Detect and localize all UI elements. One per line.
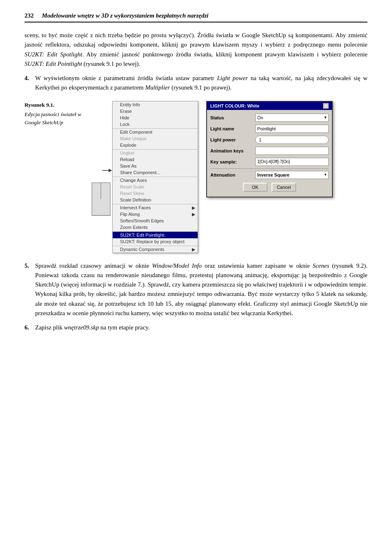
- dialog-input-light-name[interactable]: [255, 125, 329, 133]
- step-6-content: Zapisz plik wnętrze09.skp na tym etapie …: [35, 323, 368, 332]
- menu-item-edit-component[interactable]: Edit Component: [113, 128, 198, 135]
- dialog-titlebar-buttons: ×: [323, 103, 329, 109]
- dialog-title: LIGHT COLOUR: White: [210, 103, 259, 108]
- dialog-separator: [210, 168, 329, 169]
- dialog-label-key-sample: Key sample:: [210, 159, 255, 164]
- dialog-select-status[interactable]: On ▼: [255, 114, 329, 122]
- dialog-row-light-power: Light power 1: [210, 135, 329, 144]
- figure-caption-text: Edycja jasności świateł w Google SketchU…: [24, 111, 81, 125]
- dialog-row-animation-keys: Animation keys: [210, 146, 329, 155]
- menu-item-dynamic-components[interactable]: Dynamic Components: [113, 246, 198, 253]
- dialog-input-animation-keys[interactable]: [255, 147, 329, 155]
- page-header: 232 Modelowanie wnętrz w 3D z wykorzysta…: [24, 12, 368, 22]
- menu-item-hide[interactable]: Hide: [113, 114, 198, 121]
- dialog-cancel-button[interactable]: Cancel: [272, 183, 296, 192]
- dialog-input-light-power[interactable]: 1: [255, 136, 329, 144]
- dialog-field-key-sample: [255, 158, 329, 166]
- step-4-content: W wyświetlonym oknie z parametrami źródł…: [35, 74, 368, 93]
- dialog-ok-button[interactable]: OK: [243, 183, 267, 192]
- menu-item-lock[interactable]: Lock: [113, 121, 198, 128]
- dialog-field-animation-keys: [255, 147, 329, 155]
- menu-item-make-unique: Make Unique: [113, 135, 198, 142]
- dialog-label-animation-keys: Animation keys: [210, 148, 255, 153]
- menu-item-reset-scale: Reset Scale: [113, 184, 198, 190]
- page: 232 Modelowanie wnętrz w 3D z wykorzysta…: [0, 0, 392, 354]
- step-4-number: 4.: [24, 74, 33, 93]
- context-menu: Entity Info Erase Hide Lock Edit Compone…: [112, 101, 198, 253]
- dialog-row-attenuation: Attenuation Inverse Square ▼: [210, 170, 329, 179]
- dialog-label-light-name: Light name: [210, 126, 255, 131]
- step-5-content: Sprawdź rozkład czasowy animacji w oknie…: [35, 261, 368, 318]
- dialog-status-value: On: [257, 115, 263, 120]
- dialog-select-attenuation[interactable]: Inverse Square ▼: [255, 171, 329, 179]
- menu-item-scale-definition[interactable]: Scale Definition: [113, 197, 198, 203]
- step-6: 6. Zapisz plik wnętrze09.skp na tym etap…: [24, 323, 368, 332]
- dialog-label-light-power: Light power: [210, 137, 255, 142]
- intro-paragraph: sceny, to być może część z nich trzeba b…: [24, 31, 368, 69]
- figure-label: Rysunek 9.1.: [24, 101, 86, 109]
- figure-images: Entity Info Erase Hide Lock Edit Compone…: [90, 101, 368, 253]
- menu-item-zoom-extents[interactable]: Zoom Extents: [113, 224, 198, 231]
- menu-item-intersect-faces[interactable]: Intersect Faces: [113, 204, 198, 211]
- dialog-label-status: Status: [210, 115, 255, 120]
- dialog-close-btn[interactable]: ×: [323, 103, 329, 109]
- dialog-titlebar: LIGHT COLOUR: White ×: [207, 102, 332, 110]
- dialog-input-key-sample[interactable]: [255, 158, 329, 166]
- menu-item-reset-skew: Reset Skew: [113, 190, 198, 197]
- menu-item-save-as[interactable]: Save As: [113, 163, 198, 169]
- dialog-light-colour: LIGHT COLOUR: White × Status On ▼: [206, 101, 333, 197]
- dialog-status-arrow-icon: ▼: [324, 116, 327, 119]
- menu-item-change-axes[interactable]: Change Axes: [113, 177, 198, 184]
- dialog-row-key-sample: Key sample:: [210, 157, 329, 166]
- menu-item-entity-info[interactable]: Entity Info: [113, 101, 198, 108]
- dialog-attenuation-arrow-icon: ▼: [324, 173, 327, 177]
- menu-item-su2kt-pointlight[interactable]: SU2KT: Edit Pointlight:: [113, 231, 198, 238]
- menu-item-flip-along[interactable]: Flip Along: [113, 211, 198, 217]
- step-5: 5. Sprawdź rozkład czasowy animacji w ok…: [24, 261, 368, 318]
- sketch-scene-icon: [90, 101, 112, 232]
- dialog-body: Status On ▼ Light name: [207, 110, 332, 197]
- dialog-field-light-name: [255, 125, 329, 133]
- menu-item-soften-smooth[interactable]: Soften/Smooth Edges: [113, 217, 198, 224]
- dialog-field-status: On ▼: [255, 114, 329, 122]
- step-5-number: 5.: [24, 261, 33, 318]
- step-6-number: 6.: [24, 323, 33, 332]
- step-4: 4. W wyświetlonym oknie z parametrami źr…: [24, 74, 368, 93]
- dialog-buttons: OK Cancel: [210, 183, 329, 192]
- dialog-attenuation-value: Inverse Square: [257, 172, 290, 177]
- menu-item-unglue: Unglue: [113, 149, 198, 156]
- dialog-row-status: Status On ▼: [210, 113, 329, 122]
- dialog-row-light-name: Light name: [210, 124, 329, 133]
- page-number: 232: [24, 12, 34, 19]
- menu-item-erase[interactable]: Erase: [113, 108, 198, 114]
- menu-item-explode[interactable]: Explode: [113, 142, 198, 148]
- dialog-field-light-power: 1: [255, 136, 329, 144]
- dialog-label-attenuation: Attenuation: [210, 172, 255, 177]
- page-title: Modelowanie wnętrz w 3D z wykorzystaniem…: [42, 12, 209, 19]
- figure-area: Rysunek 9.1. Edycja jasności świateł w G…: [24, 101, 368, 253]
- dialog-field-attenuation: Inverse Square ▼: [255, 171, 329, 179]
- menu-item-share-component[interactable]: Share Component...: [113, 169, 198, 176]
- menu-item-reload[interactable]: Reload: [113, 156, 198, 163]
- menu-item-su2kt-replace[interactable]: SU2KT: Replace by proxy object: [113, 238, 198, 245]
- figure-caption: Rysunek 9.1. Edycja jasności świateł w G…: [24, 101, 90, 253]
